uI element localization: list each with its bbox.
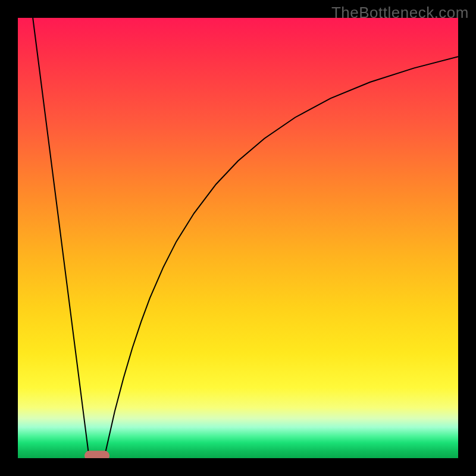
watermark-text: TheBottleneck.com	[331, 4, 469, 22]
chart-frame: TheBottleneck.com	[0, 0, 476, 476]
optimal-marker	[84, 451, 109, 459]
plot-area	[18, 18, 458, 458]
bottleneck-curve	[18, 18, 458, 458]
curve-path	[33, 18, 458, 458]
